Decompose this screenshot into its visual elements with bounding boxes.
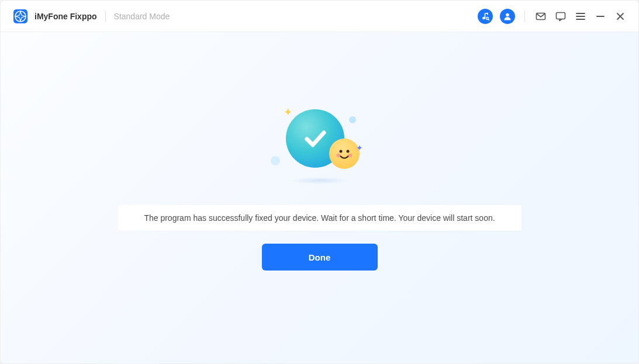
decor-dot (349, 116, 356, 123)
account-button[interactable] (500, 9, 515, 24)
menu-icon (575, 11, 586, 22)
smiley-icon (329, 138, 360, 169)
success-message: The program has successfully fixed your … (118, 205, 521, 231)
done-button[interactable]: Done (262, 244, 378, 271)
minimize-icon (595, 11, 606, 22)
shadow (291, 177, 349, 184)
title-divider (105, 11, 106, 22)
mode-label: Standard Mode (114, 12, 170, 21)
svg-rect-6 (557, 12, 565, 19)
chat-button[interactable] (554, 10, 567, 23)
app-title: iMyFone Fixppo (34, 12, 97, 21)
svg-point-10 (348, 154, 351, 157)
svg-point-9 (336, 154, 340, 157)
sparkle-icon: ✦ (356, 143, 363, 152)
titlebar: iMyFone Fixppo Standard Mode (1, 1, 638, 32)
account-icon (503, 12, 512, 21)
main-content: ✦ ✦ The program has successfully (1, 32, 638, 363)
music-search-icon (481, 12, 490, 21)
decor-dot (271, 156, 280, 165)
music-search-button[interactable] (478, 9, 493, 24)
menu-button[interactable] (574, 10, 587, 23)
svg-point-8 (346, 150, 349, 153)
app-logo-icon (12, 8, 29, 25)
success-illustration: ✦ ✦ (273, 102, 367, 184)
svg-point-7 (339, 150, 342, 153)
minimize-button[interactable] (594, 10, 607, 23)
chat-icon (555, 11, 567, 22)
mail-button[interactable] (534, 10, 547, 23)
sparkle-icon: ✦ (284, 106, 292, 119)
mail-icon (535, 11, 547, 22)
svg-point-4 (506, 13, 509, 16)
close-button[interactable] (614, 10, 627, 23)
close-icon (614, 11, 626, 22)
actions-divider (524, 11, 525, 22)
